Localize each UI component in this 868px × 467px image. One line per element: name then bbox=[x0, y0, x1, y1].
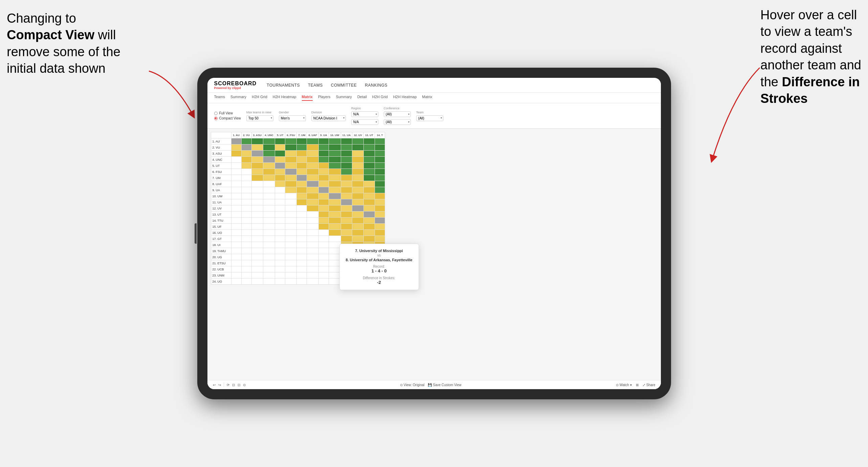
matrix-cell[interactable] bbox=[251, 236, 263, 242]
matrix-cell[interactable] bbox=[341, 187, 352, 193]
full-view-option[interactable]: Full View bbox=[214, 111, 241, 115]
matrix-cell[interactable] bbox=[231, 144, 241, 151]
matrix-cell[interactable] bbox=[363, 205, 375, 212]
matrix-cell[interactable] bbox=[363, 151, 375, 157]
matrix-cell[interactable] bbox=[297, 193, 307, 199]
matrix-cell[interactable] bbox=[241, 236, 251, 242]
matrix-cell[interactable] bbox=[318, 279, 329, 285]
matrix-cell[interactable] bbox=[375, 218, 385, 224]
matrix-cell[interactable] bbox=[275, 248, 285, 254]
matrix-cell[interactable] bbox=[363, 224, 375, 230]
matrix-cell[interactable] bbox=[285, 199, 297, 205]
matrix-cell[interactable] bbox=[231, 230, 241, 236]
tab-h2h-heatmap-1[interactable]: H2H Heatmap bbox=[273, 95, 296, 101]
max-teams-select[interactable]: Top 50 Top 25 Top 10 bbox=[246, 115, 273, 121]
matrix-cell[interactable] bbox=[275, 260, 285, 266]
matrix-cell[interactable] bbox=[318, 248, 329, 254]
matrix-cell[interactable] bbox=[231, 266, 241, 272]
matrix-cell[interactable] bbox=[318, 169, 329, 175]
grid-button-2[interactable]: ⊡ bbox=[238, 383, 240, 387]
grid-button[interactable]: ⊡ bbox=[232, 383, 235, 387]
matrix-cell[interactable] bbox=[231, 169, 241, 175]
matrix-cell[interactable] bbox=[318, 205, 329, 212]
matrix-cell[interactable] bbox=[318, 151, 329, 157]
matrix-cell[interactable] bbox=[263, 260, 275, 266]
matrix-cell[interactable] bbox=[297, 230, 307, 236]
matrix-cell[interactable] bbox=[251, 175, 263, 181]
matrix-cell[interactable] bbox=[375, 169, 385, 175]
matrix-cell[interactable] bbox=[375, 224, 385, 230]
matrix-cell[interactable] bbox=[307, 199, 318, 205]
matrix-cell[interactable] bbox=[318, 242, 329, 248]
matrix-cell[interactable] bbox=[318, 181, 329, 187]
matrix-cell[interactable] bbox=[285, 151, 297, 157]
matrix-cell[interactable] bbox=[263, 187, 275, 193]
matrix-cell[interactable] bbox=[251, 230, 263, 236]
matrix-cell[interactable] bbox=[263, 205, 275, 212]
matrix-cell[interactable] bbox=[297, 175, 307, 181]
matrix-cell[interactable] bbox=[307, 242, 318, 248]
matrix-cell[interactable] bbox=[263, 254, 275, 260]
matrix-cell[interactable] bbox=[275, 175, 285, 181]
tab-summary-2[interactable]: Summary bbox=[336, 95, 352, 101]
matrix-cell[interactable] bbox=[352, 157, 363, 163]
matrix-cell[interactable] bbox=[307, 254, 318, 260]
matrix-cell[interactable] bbox=[263, 157, 275, 163]
matrix-cell[interactable] bbox=[329, 230, 341, 236]
matrix-cell[interactable] bbox=[329, 151, 341, 157]
matrix-cell[interactable] bbox=[318, 187, 329, 193]
matrix-cell[interactable] bbox=[318, 266, 329, 272]
matrix-cell[interactable] bbox=[363, 199, 375, 205]
matrix-cell[interactable] bbox=[318, 272, 329, 279]
matrix-cell[interactable] bbox=[341, 181, 352, 187]
matrix-cell[interactable] bbox=[285, 187, 297, 193]
tab-players[interactable]: Players bbox=[318, 95, 331, 101]
matrix-cell[interactable] bbox=[375, 175, 385, 181]
matrix-cell[interactable] bbox=[352, 181, 363, 187]
watch-button[interactable]: ⊙ Watch ▾ bbox=[616, 383, 632, 387]
nav-tournaments[interactable]: TOURNAMENTS bbox=[267, 83, 300, 88]
matrix-cell[interactable] bbox=[329, 163, 341, 169]
gender-select[interactable]: Men's Women's bbox=[279, 115, 306, 121]
matrix-cell[interactable] bbox=[318, 212, 329, 218]
matrix-cell[interactable] bbox=[285, 266, 297, 272]
matrix-cell[interactable] bbox=[251, 205, 263, 212]
matrix-cell[interactable] bbox=[363, 157, 375, 163]
matrix-cell[interactable] bbox=[263, 163, 275, 169]
matrix-cell[interactable] bbox=[231, 205, 241, 212]
matrix-cell[interactable] bbox=[307, 248, 318, 254]
matrix-cell[interactable] bbox=[352, 144, 363, 151]
matrix-cell[interactable] bbox=[297, 279, 307, 285]
matrix-cell[interactable] bbox=[275, 144, 285, 151]
region-select-2[interactable]: N/A bbox=[351, 119, 378, 125]
matrix-cell[interactable] bbox=[263, 279, 275, 285]
matrix-cell[interactable] bbox=[241, 187, 251, 193]
matrix-cell[interactable] bbox=[241, 157, 251, 163]
matrix-cell[interactable] bbox=[329, 138, 341, 144]
matrix-cell[interactable] bbox=[275, 157, 285, 163]
nav-rankings[interactable]: RANKINGS bbox=[365, 83, 387, 88]
matrix-cell[interactable] bbox=[318, 144, 329, 151]
matrix-cell[interactable] bbox=[285, 248, 297, 254]
matrix-cell[interactable] bbox=[285, 193, 297, 199]
matrix-cell[interactable] bbox=[285, 181, 297, 187]
matrix-cell[interactable] bbox=[251, 199, 263, 205]
matrix-cell[interactable] bbox=[275, 193, 285, 199]
matrix-cell[interactable] bbox=[297, 144, 307, 151]
matrix-cell[interactable] bbox=[241, 242, 251, 248]
matrix-cell[interactable] bbox=[231, 187, 241, 193]
matrix-cell[interactable] bbox=[329, 187, 341, 193]
matrix-cell[interactable] bbox=[375, 212, 385, 218]
matrix-cell[interactable] bbox=[352, 218, 363, 224]
matrix-cell[interactable] bbox=[285, 157, 297, 163]
matrix-cell[interactable] bbox=[375, 138, 385, 144]
matrix-cell[interactable] bbox=[297, 163, 307, 169]
matrix-cell[interactable] bbox=[275, 205, 285, 212]
matrix-cell[interactable] bbox=[263, 266, 275, 272]
matrix-cell[interactable] bbox=[285, 230, 297, 236]
matrix-cell[interactable] bbox=[285, 224, 297, 230]
matrix-cell[interactable] bbox=[285, 212, 297, 218]
matrix-cell[interactable] bbox=[241, 260, 251, 266]
matrix-cell[interactable] bbox=[363, 218, 375, 224]
matrix-cell[interactable] bbox=[307, 218, 318, 224]
